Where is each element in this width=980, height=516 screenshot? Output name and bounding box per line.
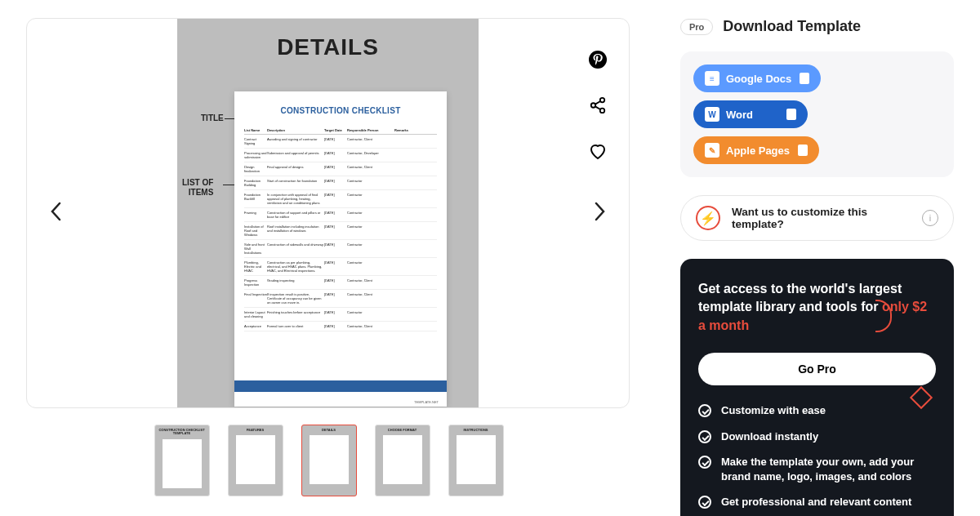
word-button[interactable]: WWord	[693, 100, 808, 128]
thumbnail[interactable]: INSTRUCTIONS	[448, 425, 504, 496]
thumbnail[interactable]: CHOOSE FORMAT	[375, 425, 430, 496]
svg-line-5	[595, 106, 600, 109]
check-icon	[698, 430, 711, 443]
check-icon	[698, 456, 711, 469]
svg-point-3	[600, 109, 605, 113]
prev-button[interactable]	[43, 193, 68, 234]
heart-icon[interactable]	[588, 141, 608, 161]
thumbnail[interactable]: FEATURES	[228, 425, 283, 496]
annotation-title: TITLE	[201, 113, 224, 122]
download-icon	[798, 145, 808, 156]
download-icon	[786, 109, 796, 120]
apple-pages-button[interactable]: ✎Apple Pages	[693, 136, 819, 164]
promo-panel: Get access to the world's largest templa…	[680, 259, 954, 516]
download-title: Download Template	[723, 18, 861, 35]
check-icon	[698, 404, 711, 417]
word-icon: W	[705, 107, 719, 122]
google-docs-icon: ≡	[705, 71, 719, 86]
watermark: TEMPLATE.NET	[414, 400, 439, 404]
svg-line-4	[595, 101, 600, 105]
pro-badge: Pro	[680, 19, 713, 35]
info-icon[interactable]: i	[922, 210, 938, 226]
svg-point-2	[591, 103, 596, 108]
thumbnail[interactable]: CONSTRUCTION CHECKLIST TEMPLATE	[154, 425, 210, 496]
promo-feature: Download instantly	[698, 429, 936, 444]
promo-headline: Get access to the world's largest templa…	[698, 280, 936, 335]
document-preview: CONSTRUCTION CHECKLIST List NameDescript…	[234, 91, 447, 407]
annotation-list: LIST OF ITEMS	[182, 178, 213, 198]
google-docs-button[interactable]: ≡Google Docs	[693, 64, 821, 92]
customize-banner[interactable]: ⚡ Want us to customize this template? i	[680, 195, 954, 241]
promo-feature: Get professional and relevant content	[698, 495, 936, 509]
svg-point-0	[589, 51, 607, 69]
go-pro-button[interactable]: Go Pro	[698, 353, 936, 385]
download-icon	[800, 73, 809, 84]
details-header: DETAILS	[277, 34, 379, 60]
svg-point-1	[600, 98, 605, 103]
pinterest-icon[interactable]	[588, 50, 608, 69]
promo-feature: Make the template your own, add your bra…	[698, 455, 936, 483]
share-icon[interactable]	[588, 96, 608, 115]
bolt-icon: ⚡	[696, 206, 720, 230]
next-button[interactable]	[588, 193, 612, 234]
check-icon	[698, 496, 711, 509]
customize-text: Want us to customize this template?	[732, 206, 911, 230]
format-buttons: ≡Google Docs WWord ✎Apple Pages	[680, 51, 954, 177]
pages-icon: ✎	[705, 143, 719, 158]
template-preview: DETAILS TITLE LIST OF ITEMS CONSTRUCTION…	[26, 18, 630, 408]
thumbnail-strip: CONSTRUCTION CHECKLIST TEMPLATEFEATURESD…	[26, 425, 631, 496]
promo-feature: Customize with ease	[698, 403, 936, 418]
thumbnail[interactable]: DETAILS	[301, 425, 357, 496]
doc-title: CONSTRUCTION CHECKLIST	[234, 106, 447, 115]
